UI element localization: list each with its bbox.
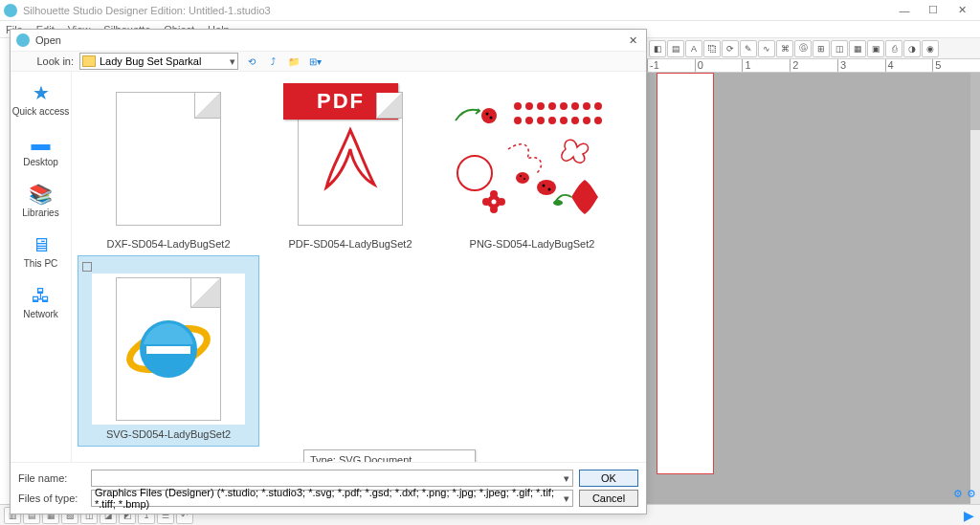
svg-point-30	[490, 206, 498, 213]
new-folder-button[interactable]: 📁	[286, 54, 301, 69]
svg-point-14	[549, 118, 555, 123]
svg-point-28	[498, 198, 505, 206]
svg-point-4	[526, 103, 532, 109]
file-tooltip: Type: SVG Document Size: 198 KB Date mod…	[303, 449, 476, 462]
svg-point-18	[595, 118, 601, 123]
dialog-app-icon	[16, 33, 30, 47]
place-this-pc[interactable]: 🖥 This PC	[24, 233, 58, 269]
svg-point-31	[492, 200, 497, 205]
tool-button[interactable]: ▦	[849, 40, 866, 57]
minimize-button[interactable]: —	[890, 5, 919, 16]
file-item-pdf[interactable]: PDF PDF-SD054-LadyBugSet2	[259, 77, 441, 255]
chevron-down-icon: ▾	[564, 492, 569, 505]
look-in-value: Lady Bug Set Sparkal	[100, 55, 230, 67]
view-menu-button[interactable]: ⊞▾	[307, 54, 323, 69]
pdf-badge: PDF	[283, 83, 398, 120]
svg-point-22	[523, 178, 525, 180]
file-name-label: DXF-SD054-LadyBugSet2	[106, 238, 230, 250]
chevron-down-icon: ▾	[564, 472, 569, 485]
tool-button[interactable]: ⎙	[885, 40, 902, 57]
window-close-button[interactable]: ✕	[947, 4, 976, 16]
tool-button[interactable]: ✎	[740, 40, 757, 57]
svg-point-23	[537, 180, 556, 195]
tool-button[interactable]: ◉	[922, 40, 939, 57]
tool-button[interactable]: ▤	[667, 40, 684, 57]
svg-point-3	[515, 103, 521, 109]
tool-button[interactable]: ▣	[867, 40, 884, 57]
libraries-icon: 📚	[27, 183, 54, 206]
svg-point-20	[516, 172, 529, 184]
titlebar: Silhouette Studio Designer Edition: Unti…	[0, 0, 980, 21]
horizontal-ruler: -1 0 1 2 3 4 5	[647, 59, 980, 73]
star-icon: ★	[28, 81, 55, 104]
right-toolbar: ◧ ▤ A ⿻ ⟳ ✎ ∿ ⌘ Ⓖ ⊞ ◫ ▦ ▣ ⎙ ◑ ◉	[647, 38, 980, 59]
play-icon[interactable]: ▶	[964, 508, 974, 523]
folder-icon	[82, 55, 96, 67]
svg-point-10	[595, 103, 601, 109]
dialog-close-button[interactable]: ✕	[625, 34, 640, 47]
svg-point-9	[584, 103, 590, 109]
desktop-icon: ▬	[28, 132, 55, 155]
svg-rect-35	[146, 346, 190, 354]
tool-button[interactable]: Ⓖ	[794, 40, 812, 57]
tool-button[interactable]: ◧	[649, 40, 666, 57]
file-item-png[interactable]: PNG-SD054-LadyBugSet2	[441, 77, 623, 255]
up-one-level-button[interactable]: ⤴	[265, 54, 280, 69]
svg-point-7	[561, 103, 567, 109]
svg-point-19	[457, 156, 492, 190]
file-item-dxf[interactable]: DXF-SD054-LadyBugSet2	[78, 77, 259, 255]
tool-button[interactable]: ◑	[903, 40, 921, 57]
place-network[interactable]: 🖧 Network	[23, 284, 58, 319]
tool-button[interactable]: ⊞	[813, 40, 830, 57]
svg-point-25	[548, 188, 551, 191]
svg-page-icon	[116, 277, 221, 421]
file-list-area[interactable]: DXF-SD054-LadyBugSet2 PDF PDF-SD054-Lady…	[72, 72, 646, 462]
tool-button[interactable]: A	[685, 40, 702, 57]
file-name-label: File name:	[18, 472, 85, 484]
cancel-button[interactable]: Cancel	[579, 490, 638, 507]
network-icon: 🖧	[28, 284, 55, 307]
file-name-input[interactable]: ▾	[91, 470, 573, 487]
back-button[interactable]: ⟲	[244, 54, 259, 69]
svg-point-11	[515, 118, 521, 123]
svg-point-27	[482, 198, 490, 206]
chevron-down-icon: ▾	[230, 55, 235, 68]
place-quick-access[interactable]: ★ Quick access	[12, 81, 69, 117]
tool-button[interactable]: ∿	[758, 40, 775, 57]
blank-page-icon	[116, 92, 221, 226]
tool-button[interactable]: ⿻	[703, 40, 721, 57]
design-canvas[interactable]	[647, 73, 970, 504]
svg-point-32	[553, 200, 563, 206]
place-desktop[interactable]: ▬ Desktop	[23, 132, 58, 167]
vertical-scrollbar[interactable]	[970, 73, 980, 504]
files-of-type-combo[interactable]: Graphics Files (Designer) (*.studio; *.s…	[91, 490, 573, 507]
svg-point-2	[490, 117, 493, 120]
tool-button[interactable]: ⌘	[776, 40, 793, 57]
selection-checkbox[interactable]	[82, 262, 92, 272]
window-title: Silhouette Studio Designer Edition: Unti…	[23, 5, 890, 16]
maximize-button[interactable]: ☐	[919, 4, 947, 16]
look-in-combo[interactable]: Lady Bug Set Sparkal ▾	[79, 53, 238, 70]
svg-point-13	[538, 118, 544, 123]
svg-point-0	[481, 108, 497, 123]
look-in-label: Look in:	[16, 55, 74, 67]
tool-button[interactable]: ◫	[831, 40, 848, 57]
pdf-page-icon: PDF	[298, 92, 403, 226]
svg-point-29	[490, 190, 498, 198]
place-libraries[interactable]: 📚 Libraries	[22, 183, 58, 218]
app-logo-icon	[4, 4, 17, 17]
places-sidebar: ★ Quick access ▬ Desktop 📚 Libraries 🖥 T…	[11, 72, 72, 462]
right-corner-buttons: ⚙ ⚙	[953, 488, 976, 500]
svg-point-17	[584, 118, 590, 123]
svg-point-16	[572, 118, 578, 123]
open-file-dialog: Open ✕ Look in: Lady Bug Set Sparkal ▾ ⟲…	[10, 29, 647, 514]
file-item-svg[interactable]: SVG-SD054-LadyBugSet2	[78, 255, 259, 447]
tool-button[interactable]: ⟳	[722, 40, 739, 57]
pc-icon: 🖥	[28, 233, 55, 256]
files-of-type-label: Files of type:	[18, 492, 85, 504]
png-preview	[451, 92, 613, 226]
svg-point-24	[543, 185, 546, 187]
ok-button[interactable]: OK	[579, 470, 638, 487]
settings-icon[interactable]: ⚙	[953, 488, 963, 500]
settings-icon[interactable]: ⚙	[967, 488, 976, 500]
